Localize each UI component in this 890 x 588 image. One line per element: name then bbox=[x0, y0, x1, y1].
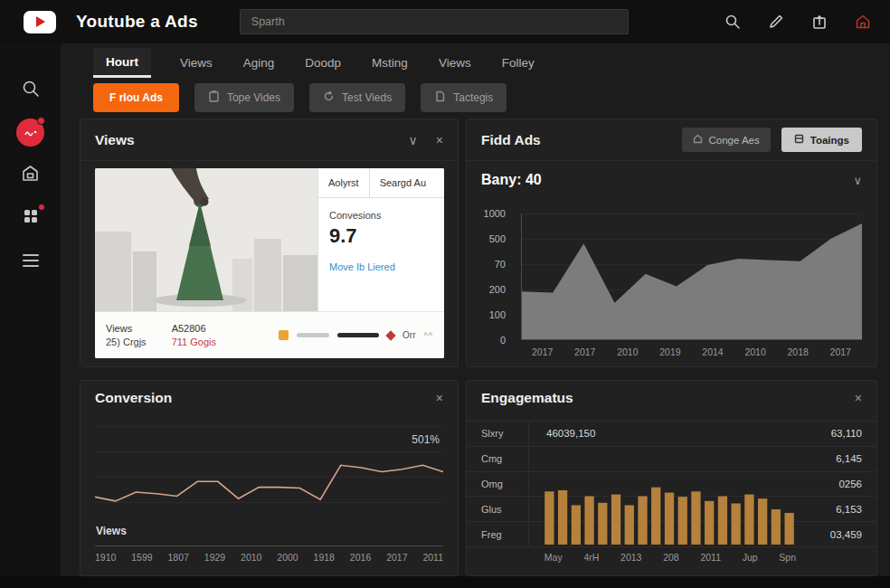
button-label: Tope Vides bbox=[227, 91, 280, 104]
x-tick: 1918 bbox=[314, 552, 335, 563]
card-title: Views bbox=[95, 132, 135, 148]
tab-views[interactable]: Views bbox=[178, 48, 214, 78]
tope-vides-button[interactable]: Tope Vides bbox=[194, 83, 294, 112]
video-thumbnail[interactable] bbox=[95, 168, 317, 311]
x-tick: 2011 bbox=[422, 552, 443, 563]
series-label: Views bbox=[96, 525, 127, 537]
tab-hourt[interactable]: Hourt bbox=[93, 48, 151, 78]
conversions-metric: Convesions 9.7 Move Ib Liered bbox=[318, 198, 444, 284]
orange-swatch bbox=[279, 330, 289, 340]
grid-icon bbox=[22, 207, 40, 229]
alert-dot bbox=[39, 204, 44, 210]
y-tick: 1000 bbox=[484, 208, 506, 219]
red-diamond-icon bbox=[385, 330, 395, 340]
tab-views-2[interactable]: Views bbox=[437, 48, 473, 78]
views-card: Views ∨ × bbox=[80, 119, 459, 367]
x-tick: 2017 bbox=[830, 346, 851, 357]
x-tick: Jup bbox=[743, 552, 758, 563]
upload-icon[interactable] bbox=[810, 13, 828, 31]
chevron-down-icon[interactable]: ∨ bbox=[853, 174, 862, 187]
house-icon bbox=[21, 164, 40, 186]
engagematus-header: Engagematus × bbox=[467, 381, 876, 415]
x-tick: 2010 bbox=[744, 346, 765, 357]
app-window: Youtube a Ads bbox=[0, 0, 890, 588]
x-tick: 1807 bbox=[168, 552, 189, 563]
conversion-header: Conversion × bbox=[80, 381, 458, 415]
close-icon[interactable]: × bbox=[436, 134, 443, 147]
metric-link[interactable]: Move Ib Liered bbox=[329, 261, 433, 272]
x-tick: 2000 bbox=[277, 552, 298, 563]
row-label: Slxry bbox=[481, 428, 526, 439]
chevron-down-icon[interactable]: ∨ bbox=[409, 134, 418, 147]
preview-tab-2[interactable]: Seargd Au bbox=[369, 168, 436, 197]
button-label: Tactegis bbox=[453, 91, 493, 104]
axis-separator bbox=[528, 421, 529, 546]
preview-tabs: Aolyrst Seargd Au bbox=[318, 168, 444, 198]
area-chart-y-axis: 1000 500 70 200 100 0 bbox=[467, 213, 514, 340]
sidebar-item-home[interactable] bbox=[0, 154, 61, 196]
bottom-edge bbox=[0, 576, 890, 588]
x-tick: 2019 bbox=[659, 346, 680, 357]
search-icon[interactable] bbox=[724, 13, 742, 31]
y-tick: 100 bbox=[489, 309, 506, 320]
button-label: Toaings bbox=[810, 135, 849, 146]
home-icon bbox=[693, 134, 703, 146]
y-tick: 200 bbox=[489, 284, 506, 295]
close-icon[interactable]: × bbox=[855, 392, 862, 404]
legend-arrows: ^^ bbox=[424, 331, 433, 340]
sidebar-item-search[interactable] bbox=[0, 69, 61, 111]
tab-folley[interactable]: Folley bbox=[500, 48, 536, 78]
bany-dropdown[interactable]: Bany: 40 bbox=[481, 172, 542, 188]
row-label: Glus bbox=[481, 504, 526, 515]
engagematus-card: Engagematus × Slxry 46039,150 63,110 Cmg… bbox=[466, 380, 877, 576]
tab-doodp[interactable]: Doodp bbox=[303, 48, 343, 78]
fidd-ads-header: Fidd Ads Conge Aes Toaings bbox=[467, 119, 876, 161]
toaings-button[interactable]: Toaings bbox=[781, 128, 862, 152]
x-tick: 208 bbox=[663, 552, 679, 563]
row-top-value: 46039,150 bbox=[546, 428, 595, 439]
tab-msting[interactable]: Msting bbox=[370, 48, 410, 78]
pencil-icon[interactable] bbox=[767, 13, 785, 31]
line-chart-x-axis: 1910 1599 1807 1929 2010 2000 1918 2016 … bbox=[95, 552, 443, 563]
preview-side-panel: Aolyrst Seargd Au Convesions 9.7 Move Ib… bbox=[317, 168, 444, 311]
area-chart bbox=[522, 213, 862, 339]
bar-chart bbox=[543, 485, 796, 545]
x-tick: 2010 bbox=[617, 346, 638, 357]
x-tick: 2017 bbox=[386, 552, 407, 563]
button-label: Conge Aes bbox=[709, 135, 760, 146]
close-icon[interactable]: × bbox=[436, 392, 443, 404]
row-label: Freg bbox=[481, 529, 526, 540]
video-preview-panel: Aolyrst Seargd Au Convesions 9.7 Move Ib… bbox=[95, 168, 444, 358]
y-tick: 0 bbox=[500, 335, 506, 346]
youtube-logo-icon[interactable] bbox=[24, 11, 56, 33]
tab-aging[interactable]: Aging bbox=[241, 48, 277, 78]
button-label: Test Vieds bbox=[342, 91, 392, 104]
x-tick: 1599 bbox=[131, 552, 152, 563]
layout-icon bbox=[794, 134, 804, 146]
stat-views: Views 25) Crgjs bbox=[106, 323, 147, 347]
views-card-header: Views ∨ × bbox=[80, 119, 458, 161]
x-tick: 2011 bbox=[700, 552, 721, 563]
preview-tab-1[interactable]: Aolyrst bbox=[318, 168, 369, 197]
fidd-ads-card: Fidd Ads Conge Aes Toaings Bany: 40 ∨ 10… bbox=[466, 119, 877, 367]
tactegis-button[interactable]: Tactegis bbox=[421, 83, 507, 112]
preview-stats-bar: Views 25) Crgjs A52806 711 Gogis Orr ^^ bbox=[95, 311, 444, 358]
conversion-card: Conversion × 501% Views 1910 1599 1807 1… bbox=[80, 380, 459, 576]
search-input[interactable] bbox=[240, 9, 629, 34]
x-tick: 2018 bbox=[787, 346, 808, 357]
conge-aes-button[interactable]: Conge Aes bbox=[682, 128, 771, 152]
sidebar-item-apps[interactable] bbox=[0, 196, 61, 239]
card-title: Conversion bbox=[95, 390, 172, 406]
y-tick: 500 bbox=[489, 233, 506, 244]
home-icon[interactable] bbox=[854, 13, 872, 31]
dark-progress-bar bbox=[337, 333, 379, 337]
legend-label: Orr bbox=[402, 330, 415, 340]
stat-count: A52806 711 Gogis bbox=[172, 323, 216, 347]
primary-filter-button[interactable]: F rlou Ads bbox=[93, 83, 179, 112]
sidebar-item-menu[interactable] bbox=[0, 239, 61, 281]
sidebar-item-notifications[interactable] bbox=[0, 111, 61, 154]
test-vieds-button[interactable]: Test Vieds bbox=[309, 83, 405, 112]
x-tick: Spn bbox=[779, 552, 796, 563]
area-chart-plot bbox=[521, 213, 862, 340]
search-icon bbox=[21, 79, 41, 102]
